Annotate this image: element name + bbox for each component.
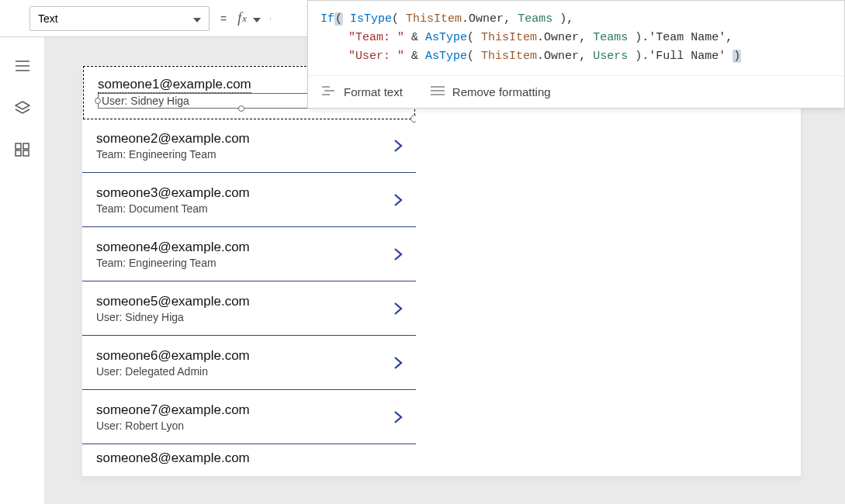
gallery-item[interactable]: someone7@example.comUser: Robert Lyon <box>82 390 416 444</box>
svg-rect-12 <box>16 150 21 156</box>
gallery-item-partial[interactable]: someone8@example.com <box>82 444 416 475</box>
hamburger-icon[interactable] <box>15 59 30 73</box>
resize-handle-left[interactable] <box>95 98 101 104</box>
gallery-subtitle: User: Sidney Higa <box>96 311 250 323</box>
fx-f: f <box>237 10 241 26</box>
property-selector[interactable]: Text <box>29 6 210 31</box>
formula-dropdown: If( IsType( ThisItem.Owner, Teams ), "Te… <box>307 0 845 109</box>
format-text-button[interactable]: Format text <box>322 85 403 98</box>
chevron-right-icon[interactable] <box>391 193 405 207</box>
chevron-right-icon[interactable] <box>391 356 405 370</box>
gallery-title: someone8@example.com <box>96 450 250 466</box>
left-rail <box>0 37 45 504</box>
gallery[interactable]: someone1@example.com User: Sidney Higa s… <box>82 65 416 476</box>
gallery-subtitle: User: Delegated Admin <box>96 365 250 378</box>
screen-background[interactable]: someone1@example.com User: Sidney Higa s… <box>82 65 801 476</box>
remove-formatting-label: Remove formatting <box>452 85 551 98</box>
gallery-item[interactable]: someone2@example.comTeam: Engineering Te… <box>82 119 416 173</box>
svg-rect-13 <box>23 150 29 156</box>
layers-icon[interactable] <box>15 101 30 115</box>
gallery-subtitle: Team: Document Team <box>96 202 250 215</box>
chevron-right-icon[interactable] <box>391 139 405 153</box>
svg-rect-10 <box>16 143 21 149</box>
formula-code[interactable]: If( IsType( ThisItem.Owner, Teams ), "Te… <box>308 1 844 75</box>
components-icon[interactable] <box>15 143 30 157</box>
format-text-icon <box>322 85 336 98</box>
gallery-title: someone5@example.com <box>96 294 250 309</box>
gallery-subtitle: User: Robert Lyon <box>96 419 250 432</box>
gallery-item[interactable]: someone6@example.comUser: Delegated Admi… <box>82 336 416 390</box>
remove-formatting-button[interactable]: Remove formatting <box>431 85 551 98</box>
remove-formatting-icon <box>431 85 445 98</box>
chevron-down-icon <box>193 12 201 25</box>
property-selector-label: Text <box>38 12 58 25</box>
equals-sign: = <box>220 12 227 25</box>
gallery-title: someone3@example.com <box>96 185 250 201</box>
fx-x: x <box>242 12 247 25</box>
svg-rect-11 <box>23 143 29 149</box>
chevron-down-icon <box>250 12 261 26</box>
gallery-subtitle-text: User: Sidney Higa <box>102 95 189 107</box>
svg-marker-9 <box>16 102 29 109</box>
resize-handle-bottom[interactable] <box>238 105 244 112</box>
gallery-subtitle: Team: Engineering Team <box>96 257 250 269</box>
format-toolbar: Format text Remove formatting <box>308 75 844 108</box>
format-text-label: Format text <box>344 85 403 98</box>
gallery-title: someone2@example.com <box>96 131 250 147</box>
chevron-right-icon[interactable] <box>391 302 405 316</box>
gallery-item[interactable]: someone4@example.comTeam: Engineering Te… <box>82 227 416 281</box>
chevron-right-icon[interactable] <box>391 247 405 261</box>
gallery-title: someone6@example.com <box>96 348 250 364</box>
gallery-title: someone7@example.com <box>96 402 250 418</box>
chevron-right-icon[interactable] <box>391 410 405 424</box>
gallery-title[interactable]: someone1@example.com <box>98 77 251 93</box>
fx-dropdown[interactable]: fx <box>237 10 261 26</box>
gallery-item[interactable]: someone3@example.comTeam: Document Team <box>82 173 416 227</box>
gallery-title: someone4@example.com <box>96 240 250 255</box>
gallery-subtitle: Team: Engineering Team <box>96 148 250 161</box>
gallery-item[interactable]: someone5@example.comUser: Sidney Higa <box>82 281 416 336</box>
